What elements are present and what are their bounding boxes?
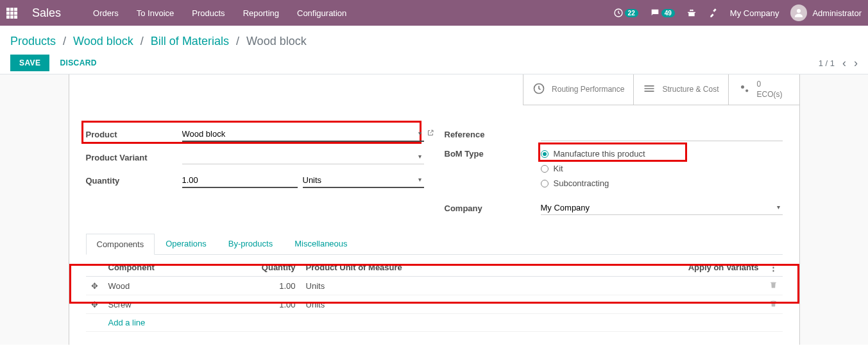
form-left-col: Product ▾ Product Variant — [86, 126, 424, 223]
col-uom: Product Unit of Measure — [301, 259, 565, 277]
add-line-button[interactable]: Add a line — [108, 318, 146, 327]
col-quantity: Quantity — [243, 259, 301, 277]
tab-components[interactable]: Components — [86, 234, 155, 255]
nav-to-invoice[interactable]: To Invoice — [137, 8, 174, 18]
radio-kit[interactable] — [541, 165, 549, 173]
breadcrumb-wood-block[interactable]: Wood block — [73, 35, 133, 48]
save-button[interactable]: SAVE — [10, 55, 49, 71]
trash-icon[interactable] — [769, 281, 778, 291]
tabs: Components Operations By-products Miscel… — [86, 233, 783, 255]
company-switcher[interactable]: My Company — [730, 8, 779, 18]
product-field[interactable] — [182, 127, 424, 142]
tab-operations[interactable]: Operations — [155, 233, 217, 254]
control-bar: Products / Wood block / Bill of Material… — [0, 26, 868, 74]
discard-button[interactable]: DISCARD — [60, 58, 96, 67]
reference-label: Reference — [445, 130, 541, 139]
stat-routing[interactable]: Routing Performance — [523, 74, 634, 105]
breadcrumb: Products / Wood block / Bill of Material… — [10, 31, 858, 55]
user-name: Administrator — [812, 8, 862, 18]
radio-manufacture[interactable] — [541, 150, 549, 158]
user-menu[interactable]: Administrator — [790, 4, 862, 21]
component-name[interactable]: Wood — [103, 277, 243, 295]
breadcrumb-products[interactable]: Products — [10, 35, 56, 48]
component-qty[interactable]: 1.00 — [243, 295, 301, 314]
svg-point-3 — [741, 85, 744, 89]
col-variants: Apply on Variants — [565, 259, 764, 277]
stat-structure[interactable]: Structure & Cost — [634, 74, 728, 105]
component-name[interactable]: Screw — [103, 295, 243, 314]
avatar-icon — [790, 4, 807, 21]
drag-handle-icon[interactable]: ✥ — [91, 300, 98, 309]
table-row[interactable]: ✥ Wood 1.00 Units — [86, 277, 783, 295]
gears-icon — [738, 82, 751, 97]
drag-handle-icon[interactable]: ✥ — [91, 281, 98, 291]
discuss-badge: 49 — [661, 9, 675, 17]
component-uom[interactable]: Units — [301, 277, 565, 295]
notebook: Components Operations By-products Miscel… — [86, 233, 783, 332]
nav-products[interactable]: Products — [192, 8, 225, 18]
gift-icon[interactable] — [686, 8, 697, 18]
trash-icon[interactable] — [769, 300, 778, 309]
bom-type-label: BoM Type — [445, 149, 541, 159]
breadcrumb-current: Wood block — [246, 35, 307, 48]
pager: 1 / 1 ‹ › — [819, 56, 858, 70]
discuss-icon[interactable]: 49 — [650, 8, 675, 18]
product-label: Product — [86, 130, 182, 139]
stat-eco-text: 0 ECO(s) — [757, 80, 783, 100]
component-uom[interactable]: Units — [301, 295, 565, 314]
radio-subcontracting[interactable] — [541, 180, 549, 187]
activity-icon[interactable]: 22 — [613, 8, 638, 18]
company-label: Company — [445, 203, 541, 213]
variant-field[interactable] — [182, 150, 424, 164]
stat-routing-label: Routing Performance — [552, 85, 624, 95]
nav-configuration[interactable]: Configuration — [297, 8, 346, 18]
tab-by-products[interactable]: By-products — [217, 233, 284, 254]
component-qty[interactable]: 1.00 — [243, 277, 301, 295]
company-field[interactable] — [541, 201, 783, 215]
radio-subcontracting-label[interactable]: Subcontracting — [554, 178, 609, 188]
list-icon — [643, 82, 656, 97]
nav-right: 22 49 My Company Administrator — [613, 4, 862, 21]
quantity-uom-field[interactable] — [303, 173, 424, 188]
svg-point-1 — [797, 9, 801, 13]
add-line-row: Add a line — [86, 314, 783, 332]
components-table: Component Quantity Product Unit of Measu… — [86, 259, 783, 332]
form-right-col: Reference BoM Type Manufacture this prod… — [445, 126, 783, 223]
stat-eco-count: 0 — [757, 80, 762, 89]
stat-structure-label: Structure & Cost — [662, 85, 719, 95]
svg-point-4 — [745, 89, 748, 92]
activity-badge: 22 — [625, 9, 638, 17]
table-row[interactable]: ✥ Screw 1.00 Units — [86, 295, 783, 314]
breadcrumb-bom[interactable]: Bill of Materials — [151, 35, 229, 48]
variant-label: Product Variant — [86, 153, 182, 162]
tools-icon[interactable] — [708, 8, 719, 18]
pager-next-icon[interactable]: › — [854, 56, 858, 70]
nav-orders[interactable]: Orders — [93, 8, 119, 18]
quantity-label: Quantity — [86, 176, 182, 186]
form-sheet: Routing Performance Structure & Cost 0 E… — [69, 74, 800, 345]
external-link-icon[interactable] — [427, 129, 434, 139]
reference-field[interactable] — [541, 127, 783, 141]
top-navbar: Sales Orders To Invoice Products Reporti… — [0, 0, 868, 26]
apps-icon[interactable] — [6, 8, 21, 19]
pager-prev-icon[interactable]: ‹ — [842, 56, 846, 70]
quantity-field[interactable] — [182, 173, 298, 188]
columns-menu-icon[interactable]: ⋮ — [769, 263, 778, 272]
nav-menu: Orders To Invoice Products Reporting Con… — [93, 8, 346, 18]
clock-icon — [532, 82, 545, 97]
stat-eco[interactable]: 0 ECO(s) — [729, 74, 799, 105]
stat-eco-label: ECO(s) — [757, 90, 783, 99]
col-component: Component — [103, 259, 243, 277]
radio-manufacture-label[interactable]: Manufacture this product — [554, 149, 645, 159]
stat-buttons: Routing Performance Structure & Cost 0 E… — [523, 74, 799, 105]
app-brand[interactable]: Sales — [32, 6, 61, 20]
pager-value[interactable]: 1 / 1 — [819, 58, 835, 68]
nav-reporting[interactable]: Reporting — [243, 8, 279, 18]
radio-kit-label[interactable]: Kit — [554, 164, 563, 173]
tab-miscellaneous[interactable]: Miscellaneous — [284, 233, 358, 254]
